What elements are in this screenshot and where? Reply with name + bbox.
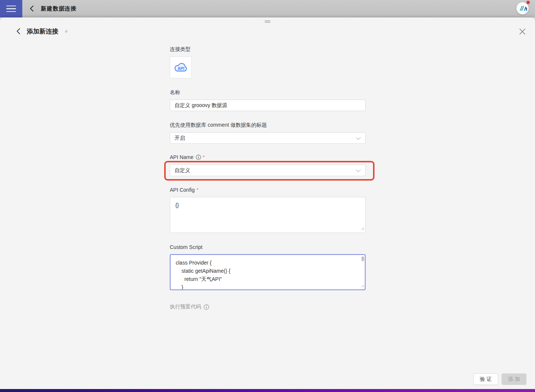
connection-type-label: 连接类型 bbox=[170, 46, 191, 53]
api-name-value: 自定义 bbox=[175, 167, 190, 174]
name-label: 名称 bbox=[170, 89, 180, 96]
svg-text:API: API bbox=[177, 66, 184, 71]
modal-title: 添加新连接 bbox=[27, 27, 58, 36]
chevron-down-icon bbox=[356, 169, 361, 172]
add-button[interactable]: 添 加 bbox=[502, 373, 526, 385]
info-icon[interactable] bbox=[204, 304, 209, 310]
hamburger-menu-button[interactable] bbox=[0, 0, 22, 17]
api-name-select[interactable]: 自定义 bbox=[170, 165, 366, 176]
comment-title-label: 优先使用数据库 comment 做数据集的标题 bbox=[170, 122, 267, 129]
cloud-api-icon: API bbox=[173, 62, 189, 73]
info-icon[interactable] bbox=[196, 155, 201, 160]
api-config-textarea[interactable]: {} bbox=[170, 197, 366, 233]
top-bar: 新建数据连接 bbox=[0, 0, 535, 17]
resize-handle-icon[interactable] bbox=[361, 225, 364, 232]
verify-button[interactable]: 验 证 bbox=[473, 373, 498, 385]
add-connection-sheet: 添加新连接 连接类型 API 名称 优先使用数据库 comment 做数据集的标… bbox=[0, 17, 535, 392]
sheet-drag-handle[interactable] bbox=[264, 20, 271, 23]
notification-dot bbox=[526, 1, 530, 4]
chevron-left-icon bbox=[16, 28, 22, 35]
comment-title-value: 开启 bbox=[175, 135, 185, 142]
api-name-label: API Name * bbox=[170, 154, 205, 160]
scrollbar-thumb[interactable] bbox=[361, 256, 364, 261]
api-config-label: API Config * bbox=[170, 187, 198, 193]
connection-type-api-tile[interactable]: API bbox=[170, 56, 192, 78]
preset-code-label: 执行预置代码 bbox=[170, 304, 209, 310]
resize-handle-icon[interactable] bbox=[361, 282, 364, 289]
name-input[interactable] bbox=[170, 100, 366, 111]
hamburger-icon bbox=[6, 6, 16, 7]
custom-script-label: Custom Script bbox=[170, 244, 202, 250]
status-dot bbox=[65, 30, 68, 33]
bottom-accent-bar bbox=[0, 389, 535, 392]
chevron-down-icon bbox=[356, 137, 361, 140]
chevron-left-icon bbox=[29, 5, 35, 12]
comment-title-select[interactable]: 开启 bbox=[170, 132, 366, 144]
page-title: 新建数据连接 bbox=[41, 5, 77, 12]
custom-script-textarea[interactable]: class Provider { static getApiName() { r… bbox=[170, 254, 366, 290]
modal-back-button[interactable] bbox=[16, 28, 22, 35]
app-logo-icon bbox=[516, 2, 529, 14]
topbar-back-button[interactable] bbox=[29, 5, 35, 12]
close-icon bbox=[518, 27, 526, 36]
app-logo-button[interactable] bbox=[516, 2, 529, 15]
close-button[interactable] bbox=[518, 27, 526, 36]
